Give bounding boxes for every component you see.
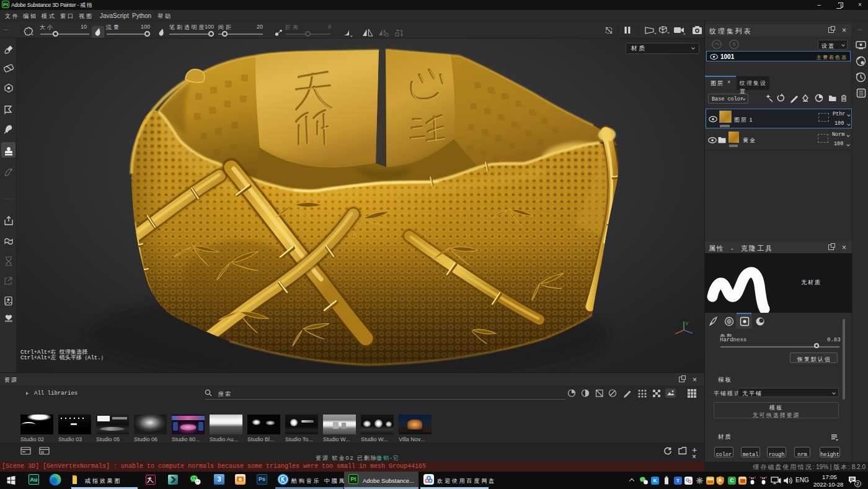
svg-text:1: 1 [7,240,10,244]
svg-text:Y: Y [685,321,689,326]
